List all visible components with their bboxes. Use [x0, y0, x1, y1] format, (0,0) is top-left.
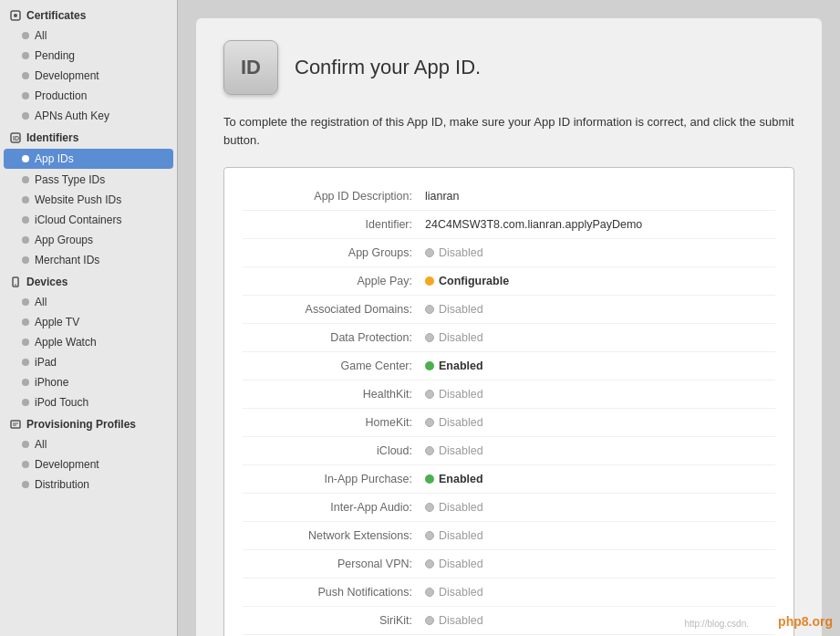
detail-label: iCloud: — [243, 442, 425, 460]
sidebar-item-certs-apns[interactable]: APNs Auth Key — [0, 106, 177, 126]
sidebar-item-merchant-ids[interactable]: Merchant IDs — [0, 250, 177, 270]
detail-label: Data Protection: — [243, 328, 425, 347]
confirm-description: To complete the registration of this App… — [223, 113, 794, 149]
detail-row: Network Extensions:Disabled — [243, 522, 775, 550]
sidebar-item-certs-production[interactable]: Production — [0, 86, 177, 106]
dot-icon — [22, 256, 29, 264]
detail-label: Associated Domains: — [243, 300, 425, 318]
sidebar-item-app-ids[interactable]: App IDs — [4, 149, 173, 169]
status-dot-disabled — [425, 333, 434, 342]
status-text: Enabled — [439, 357, 483, 375]
sidebar-item-prov-all[interactable]: All — [0, 434, 177, 454]
dot-icon — [22, 155, 29, 162]
detail-label: Identifier: — [243, 215, 425, 234]
detail-value: Disabled — [425, 385, 775, 403]
detail-label: HomeKit: — [243, 413, 425, 432]
dot-icon — [22, 92, 29, 99]
detail-row: Push Notifications:Disabled — [243, 579, 775, 607]
dot-icon — [22, 176, 29, 183]
details-box: App ID Description:lianranIdentifier:24C… — [223, 167, 794, 636]
content-box: ID Confirm your App ID. To complete the … — [196, 18, 822, 636]
sidebar-section-provisioning: Provisioning Profiles — [0, 412, 177, 434]
dot-icon — [22, 359, 29, 366]
detail-row: HealthKit:Disabled — [243, 381, 775, 409]
detail-value: Enabled — [425, 470, 775, 488]
detail-row: Associated Domains:Disabled — [243, 296, 775, 324]
watermark: php8.org — [778, 614, 833, 629]
sidebar-item-iphone[interactable]: iPhone — [0, 372, 177, 392]
watermark-url: http://blog.csdn. — [684, 619, 749, 629]
dot-icon — [22, 318, 29, 326]
detail-value: Enabled — [425, 357, 775, 375]
sidebar-item-apple-watch[interactable]: Apple Watch — [0, 332, 177, 352]
app-id-header: ID Confirm your App ID. — [223, 40, 794, 95]
status-text: Disabled — [439, 498, 483, 516]
dot-icon — [22, 72, 29, 79]
sidebar-item-certs-pending[interactable]: Pending — [0, 46, 177, 66]
status-text: Disabled — [439, 555, 483, 573]
page-title: Confirm your App ID. — [295, 56, 481, 79]
dot-icon — [22, 461, 29, 468]
sidebar-item-ipod-touch[interactable]: iPod Touch — [0, 392, 177, 412]
detail-label: Personal VPN: — [243, 555, 425, 573]
sidebar-item-ipad[interactable]: iPad — [0, 352, 177, 372]
status-text: Disabled — [439, 385, 483, 403]
sidebar-item-prov-distribution[interactable]: Distribution — [0, 474, 177, 495]
svg-point-5 — [15, 284, 16, 286]
devices-icon — [9, 276, 22, 288]
sidebar-item-certs-all[interactable]: All — [0, 26, 177, 46]
detail-row: App Groups:Disabled — [243, 239, 775, 267]
detail-value: 24C4MSW3T8.com.lianran.applyPayDemo — [425, 215, 775, 234]
detail-value: Disabled — [425, 583, 775, 601]
certificates-icon — [9, 9, 22, 22]
dot-icon — [22, 196, 29, 203]
status-dot-disabled — [425, 531, 434, 540]
detail-row: Personal VPN:Disabled — [243, 550, 775, 579]
dot-icon — [22, 379, 29, 386]
sidebar-item-apple-tv[interactable]: Apple TV — [0, 312, 177, 332]
sidebar-item-devices-all[interactable]: All — [0, 292, 177, 312]
identifiers-icon: ID — [9, 131, 22, 144]
sidebar: Certificates All Pending Development Pro… — [0, 0, 178, 636]
status-dot-disabled — [425, 559, 434, 568]
dot-icon — [22, 32, 29, 39]
status-text: Configurable — [439, 272, 509, 290]
detail-row: Data Protection:Disabled — [243, 324, 775, 352]
detail-row: Game Center:Enabled — [243, 352, 775, 381]
status-text: Disabled — [439, 413, 483, 432]
detail-label: Apple Pay: — [243, 272, 425, 290]
sidebar-item-certs-development[interactable]: Development — [0, 66, 177, 86]
sidebar-item-icloud-containers[interactable]: iCloud Containers — [0, 210, 177, 230]
detail-value: Disabled — [425, 527, 775, 545]
dot-icon — [22, 481, 29, 488]
sidebar-item-pass-type-ids[interactable]: Pass Type IDs — [0, 170, 177, 190]
sidebar-section-identifiers: ID Identifiers — [0, 126, 177, 148]
status-text: Disabled — [439, 328, 483, 347]
status-dot-disabled — [425, 305, 434, 314]
id-icon: ID — [223, 40, 278, 95]
status-text: Disabled — [439, 300, 483, 318]
status-dot-disabled — [425, 390, 434, 399]
detail-row: Identifier:24C4MSW3T8.com.lianran.applyP… — [243, 211, 775, 239]
detail-label: App Groups: — [243, 244, 425, 262]
status-text: Enabled — [439, 470, 483, 488]
detail-value: Disabled — [425, 300, 775, 318]
dot-icon — [22, 339, 29, 346]
status-text: Disabled — [439, 583, 483, 601]
detail-value: Configurable — [425, 272, 775, 290]
detail-value: Disabled — [425, 498, 775, 516]
dot-icon — [22, 52, 29, 59]
sidebar-item-app-groups[interactable]: App Groups — [0, 230, 177, 250]
status-dot-disabled — [425, 616, 434, 625]
dot-icon — [22, 441, 29, 448]
sidebar-section-certificates: Certificates — [0, 4, 177, 26]
detail-label: In-App Purchase: — [243, 470, 425, 488]
status-text: Disabled — [439, 244, 483, 262]
dot-icon — [22, 112, 29, 120]
sidebar-item-prov-development[interactable]: Development — [0, 454, 177, 474]
sidebar-item-website-push-ids[interactable]: Website Push IDs — [0, 190, 177, 210]
detail-row: HomeKit:Disabled — [243, 409, 775, 437]
status-dot-enabled — [425, 361, 434, 370]
detail-value: Disabled — [425, 328, 775, 347]
dot-icon — [22, 298, 29, 306]
